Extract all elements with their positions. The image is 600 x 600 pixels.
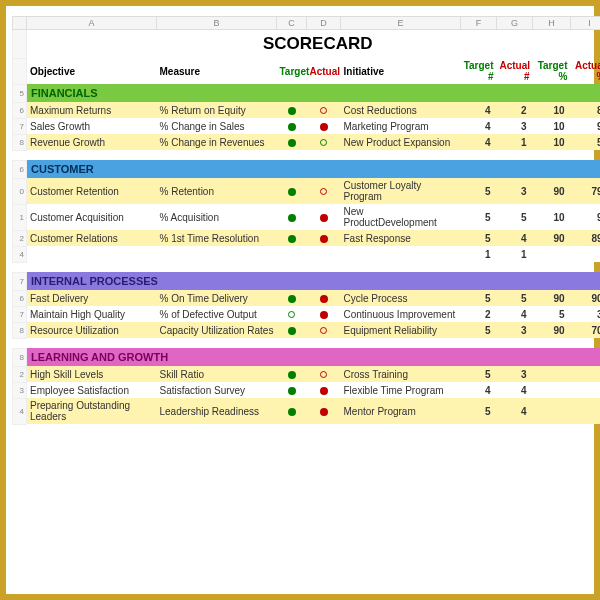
- cell-target-pct[interactable]: 90: [533, 322, 571, 338]
- cell-target-status[interactable]: [277, 366, 307, 382]
- cell-actual-num[interactable]: 3: [497, 322, 533, 338]
- cell-measure[interactable]: Satisfaction Survey: [157, 382, 277, 398]
- cell-actual-status[interactable]: [307, 366, 341, 382]
- cell-actual-num[interactable]: 4: [497, 306, 533, 322]
- row-number[interactable]: 6: [13, 290, 27, 306]
- cell-target-num[interactable]: 5: [461, 230, 497, 246]
- cell-actual-num[interactable]: 4: [497, 382, 533, 398]
- cell-target-pct[interactable]: 90: [533, 178, 571, 204]
- cell-measure[interactable]: % On Time Delivery: [157, 290, 277, 306]
- row-number[interactable]: 4: [13, 398, 27, 424]
- cell-target-num[interactable]: 2: [461, 306, 497, 322]
- row-number[interactable]: 7: [13, 306, 27, 322]
- cell-actual-pct[interactable]: [571, 382, 601, 398]
- cell-actual-status[interactable]: [307, 398, 341, 424]
- row-number[interactable]: 7: [13, 118, 27, 134]
- column-header[interactable]: E: [341, 17, 461, 30]
- cell-measure[interactable]: % Return on Equity: [157, 102, 277, 118]
- cell-target-status[interactable]: [277, 230, 307, 246]
- cell-target-num[interactable]: 5: [461, 178, 497, 204]
- cell-target-status[interactable]: [277, 204, 307, 230]
- cell-initiative[interactable]: New Product Expansion: [341, 134, 461, 150]
- cell-actual-num[interactable]: 5: [497, 204, 533, 230]
- cell-actual-pct[interactable]: [571, 366, 601, 382]
- cell-objective[interactable]: Fast Delivery: [27, 290, 157, 306]
- cell-target-num[interactable]: 5: [461, 290, 497, 306]
- cell-actual-num[interactable]: 3: [497, 366, 533, 382]
- column-header[interactable]: H: [533, 17, 571, 30]
- cell-actual-status[interactable]: [307, 134, 341, 150]
- cell-actual-status[interactable]: [307, 290, 341, 306]
- cell-measure[interactable]: % 1st Time Resolution: [157, 230, 277, 246]
- cell-actual-pct[interactable]: 70: [571, 322, 601, 338]
- cell-initiative[interactable]: Customer Loyalty Program: [341, 178, 461, 204]
- cell-initiative[interactable]: Marketing Program: [341, 118, 461, 134]
- cell-initiative[interactable]: Continuous Improvement: [341, 306, 461, 322]
- cell-target-status[interactable]: [277, 102, 307, 118]
- cell-initiative[interactable]: Cost Reductions: [341, 102, 461, 118]
- cell-target-pct[interactable]: 10: [533, 204, 571, 230]
- cell-target-num[interactable]: 5: [461, 366, 497, 382]
- row-number[interactable]: 6: [13, 102, 27, 118]
- table-row[interactable]: 1Customer Acquisition% AcquisitionNew Pr…: [13, 204, 601, 230]
- cell-objective[interactable]: Customer Acquisition: [27, 204, 157, 230]
- table-row[interactable]: 2Customer Relations% 1st Time Resolution…: [13, 230, 601, 246]
- cell-actual-num[interactable]: 1: [497, 134, 533, 150]
- cell-initiative[interactable]: Equipment Reliability: [341, 322, 461, 338]
- cell-objective[interactable]: Employee Satisfaction: [27, 382, 157, 398]
- cell-target-pct[interactable]: [533, 382, 571, 398]
- cell-actual-pct[interactable]: 9: [571, 204, 601, 230]
- cell-objective[interactable]: Maintain High Quality: [27, 306, 157, 322]
- cell-measure[interactable]: % Retention: [157, 178, 277, 204]
- cell-actual-num[interactable]: 3: [497, 178, 533, 204]
- cell-actual-status[interactable]: [307, 230, 341, 246]
- cell-actual-num[interactable]: 5: [497, 290, 533, 306]
- cell-initiative[interactable]: Fast Response: [341, 230, 461, 246]
- row-number[interactable]: 1: [13, 204, 27, 230]
- cell-target-status[interactable]: [277, 290, 307, 306]
- cell-target-num[interactable]: 4: [461, 134, 497, 150]
- cell-objective[interactable]: Customer Retention: [27, 178, 157, 204]
- cell-actual-num[interactable]: 2: [497, 102, 533, 118]
- cell-actual-num[interactable]: 3: [497, 118, 533, 134]
- cell-target-pct[interactable]: 10: [533, 118, 571, 134]
- cell-actual-status[interactable]: [307, 178, 341, 204]
- cell-target-pct[interactable]: [533, 398, 571, 424]
- table-row[interactable]: 8Resource UtilizationCapacity Utilizatio…: [13, 322, 601, 338]
- cell-measure[interactable]: Leadership Readiness: [157, 398, 277, 424]
- cell-target-pct[interactable]: 10: [533, 134, 571, 150]
- row-number[interactable]: [13, 30, 27, 59]
- cell-target-pct[interactable]: 90: [533, 290, 571, 306]
- cell-objective[interactable]: Maximum Returns: [27, 102, 157, 118]
- cell-actual-status[interactable]: [307, 382, 341, 398]
- row-number[interactable]: 6: [13, 160, 27, 178]
- cell-actual-pct[interactable]: 79: [571, 178, 601, 204]
- row-number[interactable]: 5: [13, 84, 27, 102]
- cell-actual-pct[interactable]: 9: [571, 118, 601, 134]
- column-header[interactable]: B: [157, 17, 277, 30]
- cell-target-num[interactable]: 5: [461, 398, 497, 424]
- cell-actual-status[interactable]: [307, 102, 341, 118]
- cell-objective[interactable]: Resource Utilization: [27, 322, 157, 338]
- cell-objective[interactable]: Customer Relations: [27, 230, 157, 246]
- cell-target-num[interactable]: 5: [461, 322, 497, 338]
- cell-target-status[interactable]: [277, 398, 307, 424]
- cell-actual-pct[interactable]: 89: [571, 230, 601, 246]
- cell-target-status[interactable]: [277, 134, 307, 150]
- cell-measure[interactable]: Capacity Utilization Rates: [157, 322, 277, 338]
- column-header[interactable]: C: [277, 17, 307, 30]
- column-header[interactable]: D: [307, 17, 341, 30]
- cell-target-status[interactable]: [277, 118, 307, 134]
- row-number[interactable]: [13, 58, 27, 84]
- row-number[interactable]: 8: [13, 322, 27, 338]
- cell-target-num[interactable]: 4: [461, 102, 497, 118]
- row-number[interactable]: 3: [13, 382, 27, 398]
- cell-actual-num[interactable]: 4: [497, 398, 533, 424]
- table-row[interactable]: 3Employee SatisfactionSatisfaction Surve…: [13, 382, 601, 398]
- row-number[interactable]: 8: [13, 134, 27, 150]
- cell-target-num[interactable]: 4: [461, 118, 497, 134]
- row-number[interactable]: 2: [13, 230, 27, 246]
- cell-target-status[interactable]: [277, 306, 307, 322]
- table-row[interactable]: 8Revenue Growth% Change in RevenuesNew P…: [13, 134, 601, 150]
- cell-initiative[interactable]: Flexible Time Program: [341, 382, 461, 398]
